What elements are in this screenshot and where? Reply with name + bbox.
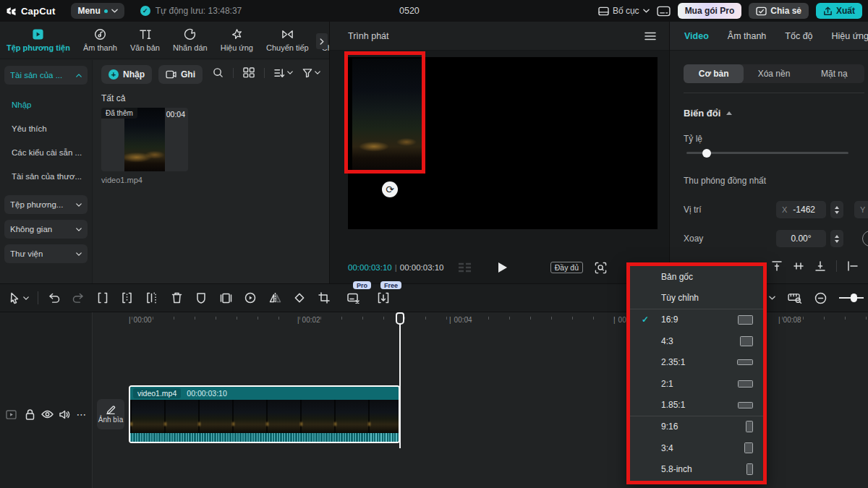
menu-button[interactable]: Menu (71, 3, 124, 19)
rotate-dial[interactable] (862, 231, 868, 247)
player-menu-icon[interactable] (644, 32, 656, 40)
share-button[interactable]: Chia sẻ (749, 3, 809, 19)
menu-item-16-9[interactable]: ✓ 16:9 (630, 309, 763, 330)
position-y-field[interactable]: Y (854, 201, 868, 218)
sidebar-item-presets[interactable]: Các kiểu cài sẵn ... (0, 144, 92, 161)
stepper-up-icon[interactable] (835, 206, 839, 209)
subtab-remove-background[interactable]: Xóa nền (744, 64, 804, 83)
tab-audio-settings[interactable]: Âm thanh (728, 31, 767, 41)
sidebar-item-favorites[interactable]: Yêu thích (0, 120, 92, 137)
sidebar-item-label: Không gian (10, 225, 52, 234)
track-visibility-icon[interactable] (39, 406, 55, 422)
timeline-zoom-slider[interactable] (839, 293, 864, 303)
extract-captions-button[interactable]: Pro (341, 287, 365, 309)
playhead-handle[interactable] (396, 312, 404, 325)
align-bottom-icon[interactable] (814, 260, 826, 272)
menu-item-1-85-1[interactable]: 1.85:1 (630, 394, 763, 415)
tab-effects[interactable]: Hiệu ứng (214, 28, 260, 52)
menu-item-2-35-1[interactable]: 2.35:1 (630, 352, 763, 373)
sidebar-item-spaces[interactable]: Không gian (4, 220, 88, 239)
timeline-clip-video1[interactable]: video1.mp4 00:00:03:10 (129, 385, 400, 443)
menu-item-5-8-inch[interactable]: 5.8-inch (630, 459, 763, 480)
sidebar-item-media-files[interactable]: Tệp phương... (4, 195, 88, 214)
sidebar-item-brand-assets[interactable]: Tài sản của thươ... (0, 168, 92, 185)
rotate-button[interactable] (287, 287, 312, 309)
tab-audio[interactable]: Âm thanh (77, 28, 124, 52)
position-x-stepper[interactable] (830, 201, 843, 218)
buy-pro-button[interactable]: Mua gói Pro (678, 3, 742, 19)
layout-button[interactable]: Bố cục (598, 6, 650, 16)
scale-slider-thumb[interactable] (702, 149, 711, 158)
zoom-out-icon[interactable] (814, 292, 827, 304)
rotate-field[interactable]: 0.00° (776, 230, 826, 247)
position-x-field[interactable]: X -1462 (776, 201, 826, 218)
fit-full-button[interactable]: Đầy đủ (550, 262, 583, 273)
playhead[interactable] (399, 312, 401, 448)
play-button[interactable] (498, 262, 507, 273)
tab-transitions[interactable]: Chuyển tiếp (260, 28, 315, 52)
sidebar-item-my-assets[interactable]: Tài sản của ... (4, 66, 88, 85)
split-button[interactable] (90, 287, 115, 309)
speed-button[interactable] (238, 287, 263, 309)
transform-section-header[interactable]: Biến đổi (684, 108, 732, 119)
export-button[interactable]: Xuất (816, 3, 862, 19)
record-button[interactable]: Ghi (158, 65, 203, 84)
tab-overflow-button[interactable] (316, 33, 328, 49)
scale-slider[interactable] (686, 152, 848, 154)
track-main-icon (3, 406, 19, 422)
ratio-4-3-icon (740, 336, 753, 346)
tab-media-files[interactable]: Tệp phương tiện (0, 28, 77, 52)
stepper-up-icon[interactable] (835, 235, 839, 238)
track-mute-icon[interactable] (56, 406, 72, 422)
rotate-stepper[interactable] (830, 230, 843, 247)
filter-all-label[interactable]: Tất cả (101, 93, 125, 103)
sort-button[interactable] (274, 68, 293, 78)
filter-button[interactable] (302, 68, 320, 78)
redo-button[interactable] (66, 287, 90, 309)
subtab-mask[interactable]: Mặt nạ (804, 64, 864, 83)
subtab-basic[interactable]: Cơ bản (684, 64, 744, 83)
timeline-view-icon[interactable] (788, 293, 802, 304)
media-thumbnail-video1[interactable]: Đã thêm 00:04 (101, 108, 188, 171)
import-button[interactable]: + Nhập (101, 65, 152, 84)
auto-cut-button[interactable]: Free (371, 287, 396, 309)
timeline-zoom-slider-thumb[interactable] (851, 294, 857, 302)
tab-speed[interactable]: Tốc độ (785, 31, 812, 41)
menu-item-3-4[interactable]: 3:4 (630, 437, 763, 458)
mask-button[interactable] (189, 287, 213, 309)
split-keep-left-button[interactable] (115, 287, 140, 309)
align-center-horizontal-icon[interactable] (793, 260, 804, 272)
overlay-button[interactable] (213, 287, 238, 309)
menu-item-2-1[interactable]: 2:1 (630, 373, 763, 394)
split-keep-right-button[interactable] (140, 287, 164, 309)
search-icon[interactable] (213, 67, 224, 78)
captions-panel-button[interactable] (657, 6, 671, 17)
delete-button[interactable] (164, 287, 189, 309)
track-more-icon[interactable]: ⋯ (74, 406, 90, 422)
tab-text[interactable]: Văn bản (124, 28, 166, 52)
tab-effects-settings[interactable]: Hiệu ứng (832, 31, 868, 41)
cover-button[interactable]: Ảnh bìa (97, 399, 124, 429)
tab-video[interactable]: Video (684, 31, 709, 41)
undo-button[interactable] (41, 287, 66, 309)
rotate-handle-icon[interactable]: ⟳ (382, 181, 398, 197)
crop-button[interactable] (312, 287, 336, 309)
grid-view-icon[interactable] (243, 67, 255, 78)
menu-item-custom[interactable]: Tùy chỉnh (630, 287, 763, 308)
stepper-down-icon[interactable] (835, 240, 839, 243)
preview-zoom-icon[interactable] (595, 262, 607, 274)
sidebar-item-import[interactable]: Nhập (0, 96, 92, 114)
menu-item-9-16[interactable]: 9:16 (630, 416, 763, 437)
ratio-chevron-down-icon[interactable] (769, 296, 775, 300)
select-tool-button[interactable] (3, 287, 35, 309)
chevron-right-icon (320, 38, 324, 45)
menu-item-original[interactable]: Bản gốc (630, 266, 763, 287)
menu-item-4-3[interactable]: 4:3 (630, 330, 763, 351)
sidebar-item-library[interactable]: Thư viện (4, 244, 88, 263)
align-top-icon[interactable] (771, 260, 783, 272)
tab-stickers[interactable]: Nhãn dán (166, 28, 214, 52)
mirror-button[interactable] (263, 287, 287, 309)
align-left-icon[interactable] (847, 260, 859, 272)
stepper-down-icon[interactable] (835, 211, 839, 214)
track-lock-icon[interactable] (22, 406, 38, 422)
